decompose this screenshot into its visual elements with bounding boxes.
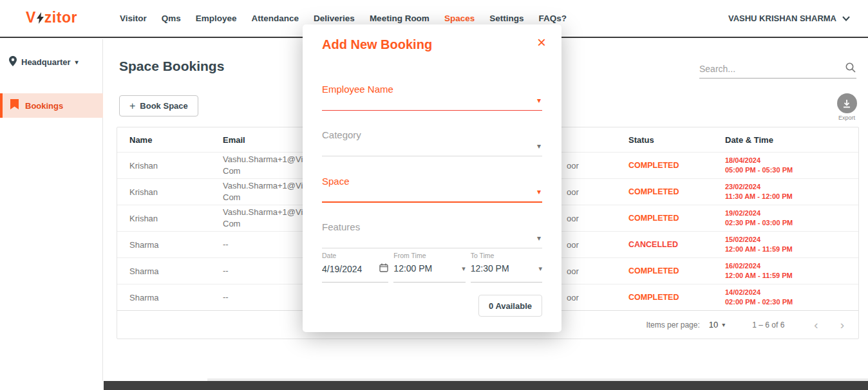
previous-page-icon[interactable]: ‹ — [814, 319, 818, 331]
cell-name: Sharma — [129, 240, 223, 250]
cell-name: Sharma — [129, 293, 223, 302]
book-space-label: Book Space — [140, 101, 187, 111]
pager: ‹ › — [814, 319, 844, 331]
status-badge: COMPLETED — [628, 214, 725, 223]
status-badge: COMPLETED — [628, 187, 725, 196]
column-header-name: Name — [129, 135, 223, 145]
search-box — [699, 59, 856, 79]
caret-down-icon: ▾ — [537, 142, 541, 151]
search-input[interactable] — [699, 64, 845, 74]
nav-meeting-room[interactable]: Meeting Room — [370, 14, 429, 23]
category-select[interactable]: Category ▾ — [322, 129, 542, 156]
location-label: Headquarter — [21, 57, 71, 67]
export-label: Export — [836, 115, 858, 121]
to-time-value: 12:30 PM — [471, 263, 509, 274]
caret-down-icon: ▾ — [75, 59, 79, 66]
bookmark-icon — [10, 99, 19, 112]
horizontal-scrollbar[interactable] — [104, 381, 868, 390]
user-menu[interactable]: VASHU KRISHAN SHARMA — [728, 0, 850, 37]
close-icon[interactable]: × — [537, 33, 546, 51]
date-value: 4/19/2024 — [322, 264, 362, 274]
employee-name-select[interactable]: Employee Name ▾ — [322, 84, 542, 111]
page-title: Space Bookings — [119, 59, 224, 74]
employee-name-label: Employee Name — [322, 84, 393, 95]
status-badge: COMPLETED — [628, 293, 725, 302]
cell-datetime: 16/02/202412:00 AM - 11:59 PM — [725, 261, 858, 281]
cell-datetime: 18/04/202405:00 PM - 05:30 PM — [725, 156, 858, 176]
chevron-down-icon — [842, 14, 850, 23]
next-page-icon[interactable]: › — [840, 319, 844, 331]
status-badge: COMPLETED — [628, 161, 725, 170]
logo-suffix: zitor — [44, 9, 77, 26]
nav-deliveries[interactable]: Deliveries — [314, 14, 355, 23]
location-pin-icon — [9, 56, 17, 68]
nav-visitor[interactable]: Visitor — [120, 14, 147, 23]
category-label: Category — [322, 129, 361, 140]
cell-name: Sharma — [129, 266, 223, 276]
to-time-select[interactable]: To Time 12:30 PM ▾ — [471, 252, 542, 283]
features-label: Features — [322, 221, 360, 232]
date-time-row: Date 4/19/2024 From Time 12:00 PM ▾ To T… — [322, 252, 542, 283]
lightning-bolt-icon — [37, 12, 44, 24]
items-per-page-label: Items per page: — [646, 320, 699, 330]
space-select[interactable]: Space ▾ — [322, 176, 542, 203]
caret-down-icon: ▾ — [462, 265, 466, 273]
cell-name: Krishan — [129, 214, 223, 223]
date-label: Date — [322, 252, 388, 259]
pagination-range: 1 – 6 of 6 — [752, 320, 784, 330]
items-per-page-select[interactable]: 10 ▾ — [709, 320, 726, 330]
date-field[interactable]: Date 4/19/2024 — [322, 252, 388, 283]
caret-down-icon: ▾ — [537, 234, 541, 243]
features-select[interactable]: Features ▾ — [322, 221, 542, 248]
download-icon — [837, 93, 857, 113]
from-time-value: 12:00 PM — [393, 263, 432, 274]
sidebar-item-label: Bookings — [25, 101, 63, 111]
plus-icon: + — [129, 100, 135, 112]
app-root: V zitor Visitor Qms Employee Attendance … — [0, 0, 868, 390]
cell-datetime: 19/02/202402:30 PM - 03:00 PM — [725, 209, 858, 228]
add-new-booking-modal: Add New Booking × Employee Name ▾ Catego… — [303, 24, 561, 332]
caret-down-icon: ▾ — [537, 187, 541, 196]
status-badge: COMPLETED — [628, 266, 725, 275]
nav-settings[interactable]: Settings — [489, 14, 524, 23]
calendar-icon[interactable] — [379, 263, 388, 274]
caret-down-icon: ▾ — [722, 321, 725, 328]
sidebar: Headquarter ▾ Bookings — [0, 39, 103, 381]
space-label: Space — [322, 176, 350, 187]
sidebar-item-bookings[interactable]: Bookings — [0, 93, 103, 118]
cell-datetime: 14/02/202402:00 PM - 02:30 PM — [725, 288, 858, 308]
export-button[interactable]: Export — [836, 93, 858, 121]
column-header-datetime: Date & Time — [725, 135, 858, 145]
vizitor-logo[interactable]: V zitor — [26, 9, 77, 26]
modal-title: Add New Booking — [322, 37, 432, 52]
nav-spaces[interactable]: Spaces — [444, 14, 475, 23]
status-badge: CANCELLED — [628, 240, 725, 249]
cell-datetime: 23/02/202411:30 AM - 12:00 PM — [725, 182, 858, 202]
search-icon[interactable] — [845, 62, 856, 76]
logo-prefix: V — [26, 9, 36, 26]
nav-faqs[interactable]: FAQs? — [538, 14, 567, 23]
from-time-select[interactable]: From Time 12:00 PM ▾ — [393, 252, 465, 283]
to-time-label: To Time — [471, 252, 542, 259]
column-header-status: Status — [628, 135, 725, 145]
caret-down-icon: ▾ — [537, 96, 541, 105]
from-time-label: From Time — [393, 252, 465, 259]
cell-datetime: 15/02/202412:00 AM - 11:59 PM — [725, 235, 858, 255]
available-button[interactable]: 0 Available — [478, 295, 542, 317]
user-name: VASHU KRISHAN SHARMA — [728, 14, 836, 23]
book-space-button[interactable]: + Book Space — [119, 95, 198, 116]
cell-name: Krishan — [129, 161, 223, 171]
nav-qms[interactable]: Qms — [162, 14, 181, 23]
nav-attendance[interactable]: Attendance — [252, 14, 299, 23]
nav-employee[interactable]: Employee — [196, 14, 237, 23]
cell-name: Krishan — [129, 187, 223, 197]
caret-down-icon: ▾ — [538, 265, 542, 273]
location-selector[interactable]: Headquarter ▾ — [9, 56, 79, 68]
